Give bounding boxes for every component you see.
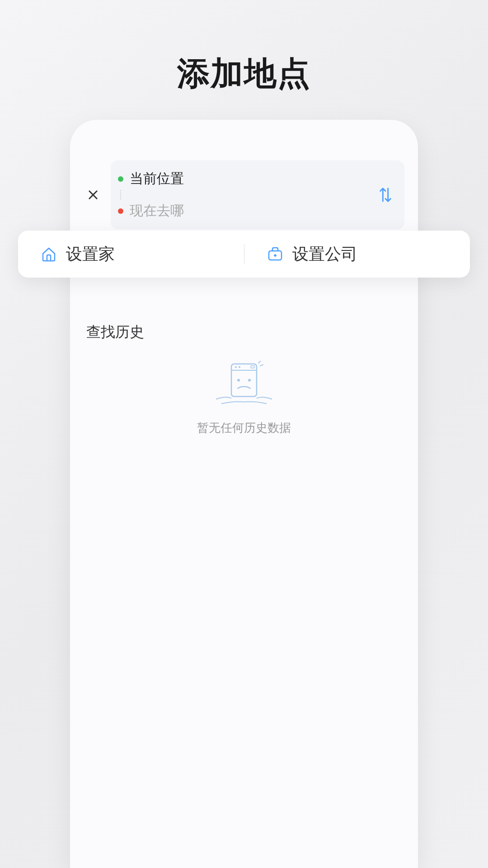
swap-icon	[378, 186, 393, 204]
from-input[interactable]: 当前位置	[118, 166, 371, 192]
set-home-label: 设置家	[66, 243, 115, 265]
to-input[interactable]: 现在去哪	[118, 198, 371, 224]
destination-dot-icon	[118, 208, 123, 214]
set-company-label: 设置公司	[292, 243, 357, 265]
set-company-button[interactable]: 设置公司	[244, 243, 470, 265]
to-placeholder: 现在去哪	[130, 202, 184, 220]
from-value: 当前位置	[130, 170, 184, 188]
briefcase-icon	[266, 245, 284, 263]
close-button[interactable]	[84, 185, 103, 204]
svg-line-20	[258, 361, 260, 363]
route-search-card: 当前位置 现在去哪	[84, 160, 404, 229]
empty-illustration-icon	[208, 360, 280, 410]
empty-state: 暂无任何历史数据	[86, 360, 402, 436]
quick-set-card: 设置家 设置公司	[18, 231, 470, 278]
history-section: 查找历史	[84, 322, 404, 436]
page-title: 添加地点	[0, 0, 488, 95]
history-title: 查找历史	[86, 322, 402, 342]
home-icon	[40, 245, 58, 263]
close-icon	[87, 189, 99, 201]
svg-point-15	[235, 366, 237, 368]
svg-point-18	[237, 379, 240, 382]
svg-line-21	[260, 365, 263, 366]
swap-button[interactable]	[375, 185, 395, 205]
empty-text: 暂无任何历史数据	[197, 420, 291, 436]
svg-point-16	[239, 366, 240, 368]
route-inputs-container: 当前位置 现在去哪	[111, 160, 404, 229]
svg-rect-17	[251, 366, 254, 368]
svg-rect-13	[231, 364, 257, 396]
svg-point-19	[248, 379, 251, 382]
set-home-button[interactable]: 设置家	[18, 243, 244, 265]
origin-dot-icon	[118, 176, 123, 182]
